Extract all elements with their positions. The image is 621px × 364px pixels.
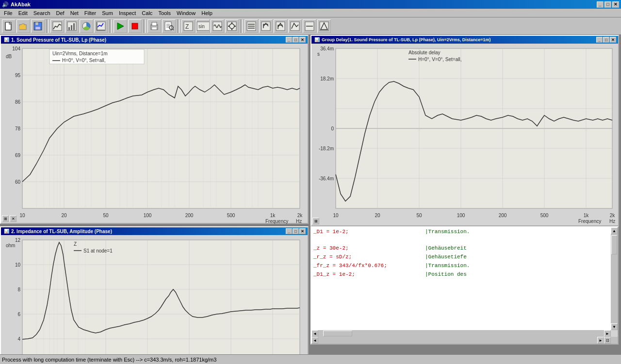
svg-text:104: 104 <box>12 46 20 51</box>
toolbar-save-btn[interactable] <box>31 19 45 33</box>
toolbar-chart4-btn[interactable] <box>94 19 108 33</box>
impedance-title-bar[interactable]: 📊 2. Impedance of TL-SUB, Amplitude (Pha… <box>1 227 308 235</box>
svg-text:-18.2m: -18.2m <box>319 146 334 151</box>
toolbar-stop-btn[interactable] <box>128 19 142 33</box>
toolbar-chart2-btn[interactable] <box>65 19 79 33</box>
toolbar-b5-btn[interactable] <box>303 19 316 33</box>
sp-icon1[interactable]: ⊞ <box>2 215 9 222</box>
menu-calc[interactable]: Calc <box>139 9 155 17</box>
toolbar-b2-btn[interactable] <box>259 19 273 33</box>
minimize-button[interactable]: _ <box>597 1 604 8</box>
code-scrollbar-v[interactable]: ▲ ▼ <box>611 227 618 330</box>
menu-inspect[interactable]: Inspect <box>116 9 139 17</box>
menu-file[interactable]: File <box>1 9 16 17</box>
scroll-up-btn[interactable]: ▲ <box>611 227 618 234</box>
sp-icon2[interactable]: ✕ <box>10 215 16 222</box>
toolbar-settings-btn[interactable] <box>225 19 239 33</box>
toolbar-new-btn[interactable] <box>2 19 16 33</box>
group-delay-title-bar[interactable]: 📊 Group Delay(1. Sound Pressure of TL-SU… <box>311 36 618 44</box>
svg-text:20: 20 <box>61 213 67 218</box>
imp-maximize-btn[interactable]: □ <box>293 228 299 234</box>
scroll-down-btn[interactable]: ▼ <box>611 323 618 330</box>
toolbar-printprev-btn[interactable] <box>162 19 176 33</box>
scroll-thumb-v[interactable] <box>611 235 617 254</box>
code-scrollbar-h[interactable]: ◄ ► <box>311 330 611 337</box>
svg-text:100: 100 <box>144 213 152 218</box>
code-line-2 <box>311 236 611 244</box>
svg-text:50: 50 <box>103 213 109 218</box>
app-title: AkAbak <box>11 1 31 7</box>
scroll-right2-btn[interactable]: ► <box>597 337 604 344</box>
gd-title-buttons: _ □ ✕ <box>596 37 616 43</box>
toolbar-wave-btn[interactable] <box>211 19 224 33</box>
scroll-right-btn[interactable]: ► <box>604 330 611 337</box>
svg-text:36.4m: 36.4m <box>320 46 334 51</box>
svg-text:s: s <box>317 51 320 57</box>
toolbar-b3-btn[interactable] <box>274 19 287 33</box>
sp-close-btn[interactable]: ✕ <box>299 37 306 43</box>
imp-minimize-btn[interactable]: _ <box>286 228 292 234</box>
toolbar-zoom-btn[interactable]: Z <box>181 19 195 33</box>
toolbar-b6-btn[interactable] <box>317 19 331 33</box>
svg-text:Frequency: Frequency <box>265 219 288 224</box>
svg-text:0: 0 <box>331 126 334 131</box>
scroll-left-btn[interactable]: ◄ <box>311 330 318 337</box>
svg-text:Z: Z <box>185 23 189 30</box>
sp-title-buttons: _ □ ✕ <box>286 37 306 43</box>
scroll-thumb-h[interactable] <box>323 331 352 336</box>
toolbar-sin-btn[interactable]: sin <box>196 19 210 33</box>
code-bottom-bar: ◄ ► ⊡ <box>311 337 611 344</box>
toolbar-b4-btn[interactable] <box>288 19 302 33</box>
gd-close-btn[interactable]: ✕ <box>610 37 616 43</box>
app-icon: 🔊 <box>2 1 9 8</box>
toolbar-print-btn[interactable] <box>147 19 161 33</box>
menu-sum[interactable]: Sum <box>99 9 116 17</box>
menu-tools[interactable]: Tools <box>155 9 174 17</box>
svg-text:H=0°, V=0°, Set=all,: H=0°, V=0°, Set=all, <box>62 58 105 63</box>
menu-search[interactable]: Search <box>31 9 53 17</box>
svg-text:H=0°, V=0°, Set=all,: H=0°, V=0°, Set=all, <box>418 57 461 62</box>
menu-edit[interactable]: Edit <box>16 9 31 17</box>
menu-def[interactable]: Def <box>53 9 67 17</box>
svg-text:Absolute delay: Absolute delay <box>409 50 441 55</box>
toolbar-play-btn[interactable] <box>114 19 127 33</box>
toolbar-b1-btn[interactable] <box>245 19 258 33</box>
svg-text:Uin=2Vrms, Distance=1m: Uin=2Vrms, Distance=1m <box>52 51 108 56</box>
toolbar-chart3-btn[interactable] <box>80 19 93 33</box>
menu-net[interactable]: Net <box>67 9 82 17</box>
imp-close-btn[interactable]: ✕ <box>299 228 306 234</box>
sp-maximize-btn[interactable]: □ <box>293 37 299 43</box>
menu-window[interactable]: Window <box>174 9 198 17</box>
svg-text:10: 10 <box>15 262 21 268</box>
svg-text:1k: 1k <box>270 213 276 218</box>
main-area: 📊 1. Sound Pressure of TL-SUB, Lp (Phase… <box>0 35 621 354</box>
imp-window-icon: 📊 <box>3 228 10 235</box>
code-line-1: _D1 = 1e-2; |Transmission. <box>311 227 611 236</box>
toolbar-open-btn[interactable] <box>16 19 30 33</box>
close-button[interactable]: ✕ <box>612 1 619 8</box>
svg-rect-6 <box>35 27 40 30</box>
gd-window-icon: 📊 <box>313 36 320 43</box>
maximize-button[interactable]: □ <box>605 1 611 8</box>
sp-minimize-btn[interactable]: _ <box>286 37 292 43</box>
code-content[interactable]: _D1 = 1e-2; |Transmission. _z = 30e-2; |… <box>311 227 611 330</box>
scroll-expand-btn[interactable]: ⊡ <box>604 337 611 344</box>
svg-text:86: 86 <box>15 99 21 105</box>
svg-text:12: 12 <box>15 237 21 243</box>
gd-minimize-btn[interactable]: _ <box>596 37 603 43</box>
scroll-left2-btn[interactable]: ◄ <box>311 337 318 344</box>
menu-filter[interactable]: Filter <box>82 9 99 17</box>
gd-maximize-btn[interactable]: □ <box>603 37 609 43</box>
svg-text:78: 78 <box>15 126 21 131</box>
svg-text:Hz: Hz <box>296 219 302 224</box>
svg-rect-5 <box>35 22 38 25</box>
toolbar-chart1-btn[interactable] <box>50 19 64 33</box>
scroll-corner <box>611 337 618 344</box>
code-line-6: _D1_z = 1e-2; |Position des <box>311 270 611 279</box>
gd-icon1[interactable]: ⊞ <box>312 218 319 224</box>
svg-rect-11 <box>73 23 75 30</box>
svg-text:dB: dB <box>6 54 12 59</box>
toolbar-sep3 <box>144 19 146 33</box>
menu-help[interactable]: Help <box>198 9 215 17</box>
sound-pressure-title-bar[interactable]: 📊 1. Sound Pressure of TL-SUB, Lp (Phase… <box>1 36 308 44</box>
